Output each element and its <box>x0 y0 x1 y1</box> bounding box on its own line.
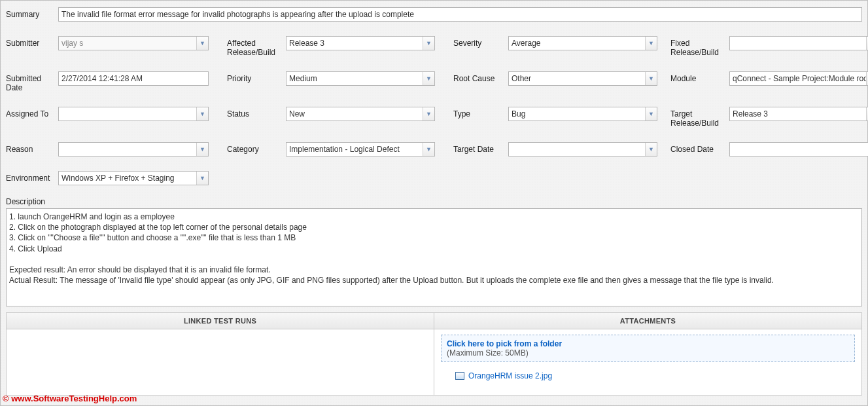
watermark: © www.SoftwareTestingHelp.com <box>3 394 137 403</box>
image-file-icon <box>455 372 464 380</box>
label-type: Type <box>453 107 508 119</box>
chevron-down-icon[interactable]: ▼ <box>645 37 657 50</box>
panel-attachments: ATTACHMENTS Click here to pick from a fo… <box>434 313 861 395</box>
assigned-to-value <box>59 107 196 120</box>
row-6: Environment Windows XP + Firefox + Stagi… <box>6 171 862 185</box>
severity-combo[interactable]: Average ▼ <box>508 36 657 50</box>
target-date-combo[interactable]: ▼ <box>508 142 657 157</box>
affected-value: Release 3 <box>286 37 423 50</box>
panel-linked-runs-title: LINKED TEST RUNS <box>7 313 434 329</box>
label-target-build: Target Release/Build <box>670 107 729 128</box>
row-5: Reason ▼ Category Implementation - Logic… <box>6 142 862 157</box>
priority-value: Medium <box>286 72 423 85</box>
chevron-down-icon[interactable]: ▼ <box>423 72 434 85</box>
attachment-row: OrangeHRM issue 2.jpg <box>441 371 855 380</box>
root-cause-combo[interactable]: Other ▼ <box>508 71 657 86</box>
label-target-date: Target Date <box>453 142 508 154</box>
chevron-down-icon[interactable]: ▼ <box>645 107 657 120</box>
label-module: Module <box>670 71 729 83</box>
upload-dropzone[interactable]: Click here to pick from a folder (Maximu… <box>441 335 855 362</box>
row-4: Assigned To ▼ Status New ▼ Type Bug ▼ <box>6 107 862 128</box>
upload-size-note: (Maximum Size: 50MB) <box>447 348 529 358</box>
panel-linked-runs: LINKED TEST RUNS <box>7 313 434 395</box>
chevron-down-icon[interactable]: ▼ <box>423 143 434 156</box>
chevron-down-icon[interactable]: ▼ <box>645 72 657 85</box>
submitted-date-input <box>58 71 209 86</box>
description-textarea[interactable] <box>6 208 862 306</box>
label-root-cause: Root Cause <box>453 71 508 83</box>
category-combo[interactable]: Implementation - Logical Defect ▼ <box>286 142 435 157</box>
label-description: Description <box>6 194 862 206</box>
label-summary: Summary <box>6 7 58 19</box>
closed-date-input <box>729 142 868 157</box>
summary-input[interactable] <box>58 7 862 22</box>
label-submitter: Submitter <box>6 36 58 48</box>
category-value: Implementation - Logical Defect <box>286 143 423 156</box>
form-area: Summary Submitter vijay s ▼ Affected Rel… <box>5 5 863 396</box>
panel-attachments-title: ATTACHMENTS <box>434 313 861 329</box>
defect-form-container: Summary Submitter vijay s ▼ Affected Rel… <box>0 0 868 406</box>
target-build-combo[interactable]: Release 3 ▼ <box>729 107 868 121</box>
label-closed-date: Closed Date <box>670 142 729 154</box>
target-date-value <box>509 143 645 156</box>
type-value: Bug <box>509 107 645 120</box>
chevron-down-icon[interactable]: ▼ <box>423 107 434 120</box>
panel-attachments-body: Click here to pick from a folder (Maximu… <box>434 329 861 395</box>
fixed-value <box>730 37 866 50</box>
root-cause-value: Other <box>509 72 645 85</box>
label-severity: Severity <box>453 36 508 48</box>
environment-value: Windows XP + Firefox + Staging <box>59 172 196 185</box>
target-build-value: Release 3 <box>730 107 866 120</box>
assigned-to-combo[interactable]: ▼ <box>58 107 209 121</box>
chevron-down-icon[interactable]: ▼ <box>423 37 434 50</box>
label-fixed: Fixed Release/Build <box>670 36 729 57</box>
module-combo[interactable]: qConnect - Sample Project:Module root ▼ <box>729 71 868 86</box>
module-value: qConnect - Sample Project:Module root <box>730 72 866 85</box>
priority-combo[interactable]: Medium ▼ <box>286 71 435 86</box>
fixed-combo[interactable]: ▼ <box>729 36 868 50</box>
label-priority: Priority <box>227 71 286 83</box>
row-2: Submitter vijay s ▼ Affected Release/Bui… <box>6 36 862 57</box>
status-value: New <box>286 107 423 120</box>
status-combo[interactable]: New ▼ <box>286 107 435 121</box>
label-submitted-date: Submitted Date <box>6 71 58 92</box>
label-affected: Affected Release/Build <box>227 36 286 57</box>
row-3: Submitted Date Priority Medium ▼ Root Ca… <box>6 71 862 92</box>
label-status: Status <box>227 107 286 119</box>
submitter-combo: vijay s ▼ <box>58 36 209 50</box>
chevron-down-icon[interactable]: ▼ <box>645 143 657 156</box>
label-environment: Environment <box>6 171 58 183</box>
row-summary: Summary <box>6 7 862 22</box>
chevron-down-icon[interactable]: ▼ <box>196 172 208 185</box>
bottom-panels: LINKED TEST RUNS ATTACHMENTS Click here … <box>6 312 862 396</box>
pick-folder-link[interactable]: Click here to pick from a folder <box>447 339 562 348</box>
label-assigned-to: Assigned To <box>6 107 58 119</box>
chevron-down-icon: ▼ <box>196 37 208 50</box>
panel-linked-runs-body <box>7 329 434 395</box>
affected-combo[interactable]: Release 3 ▼ <box>286 36 435 50</box>
label-category: Category <box>227 142 286 154</box>
label-reason: Reason <box>6 142 58 154</box>
submitter-value: vijay s <box>59 37 196 50</box>
reason-value <box>59 143 196 156</box>
environment-combo[interactable]: Windows XP + Firefox + Staging ▼ <box>58 171 209 185</box>
reason-combo[interactable]: ▼ <box>58 142 209 157</box>
attachment-filename[interactable]: OrangeHRM issue 2.jpg <box>468 371 552 380</box>
severity-value: Average <box>509 37 645 50</box>
chevron-down-icon[interactable]: ▼ <box>196 107 208 120</box>
chevron-down-icon[interactable]: ▼ <box>196 143 208 156</box>
type-combo[interactable]: Bug ▼ <box>508 107 657 121</box>
